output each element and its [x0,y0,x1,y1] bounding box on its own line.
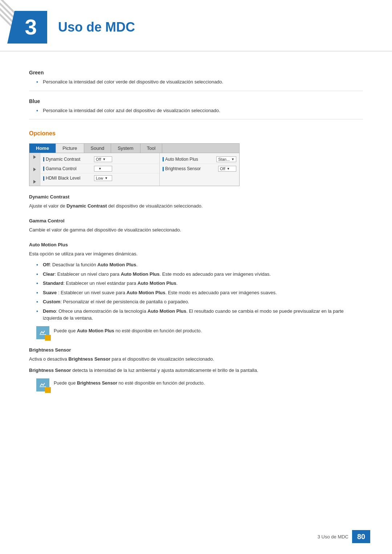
mdc-row3-label: HDMI Black Level [43,176,94,181]
auto-motion-plus-para: Esta opción se utiliza para ver imágenes… [29,250,363,258]
bullet-custom: Custom: Personalizar el nivel de persist… [36,298,363,305]
divider-1 [29,91,363,91]
mdc-row-3: HDMI Black Level Low▼ [40,173,159,183]
bullet-demo: Demo: Ofrece una demostración de la tecn… [36,308,363,322]
blue-list: Personalice la intensidad del color azul… [29,107,363,114]
footer-page-number: 80 [352,530,370,543]
gamma-control-heading: Gamma Control [29,218,363,223]
blue-heading: Blue [29,98,363,104]
main-content: Green Personalice la intensidad del colo… [0,52,392,418]
brightness-sensor-heading: Brightness Sensor [29,347,363,353]
auto-motion-plus-heading: Auto Motion Plus [29,242,363,247]
blue-text: Personalice la intensidad del color azul… [43,108,220,113]
bullet-off: Off: Desactivar la función Auto Motion P… [36,261,363,268]
mdc-tab-bar: Home Picture Sound System Tool [29,144,239,153]
tab-sound[interactable]: Sound [84,144,111,153]
note-amp-box: Puede que Auto Motion Plus no esté dispo… [36,326,363,339]
mdc-right-row1-select[interactable]: Stan...▼ [216,156,236,162]
divider-2 [29,119,363,119]
dynamic-contrast-heading: Dynamic Contrast [29,194,363,200]
bullet-suave: Suave : Establecer un nivel suave para A… [36,289,363,296]
mdc-right-row2-label: Brightness Sensor [163,166,201,171]
mdc-row-2: Gamma Control ▼ [40,164,159,173]
mdc-row2-select[interactable]: ▼ [94,166,112,172]
green-text: Personalice la intensidad del color verd… [43,79,223,85]
mdc-row1-label: Dynamic Contrast [43,157,94,162]
mdc-right-row-1: Auto Motion Plus Stan...▼ [163,155,236,164]
mdc-right-row1-label: Auto Motion Plus [163,157,198,162]
blue-list-item: Personalice la intensidad del color azul… [36,107,363,114]
dynamic-contrast-text-bold: Dynamic Contrast [66,203,107,209]
tab-system[interactable]: System [111,144,140,153]
page-footer: 3 Uso de MDC 80 [318,530,370,543]
note-bs-icon [36,378,49,391]
mdc-right-section: Auto Motion Plus Stan...▼ Brightness Sen… [159,153,239,186]
mdc-arrow-2 [33,168,36,171]
mdc-left-col [29,153,40,186]
dynamic-contrast-para: Ajuste el valor de Dynamic Contrast del … [29,202,363,210]
mdc-row-1: Dynamic Contrast Off▼ [40,155,159,164]
opciones-heading: Opciones [29,130,363,137]
note-amp-icon [36,326,49,339]
dynamic-contrast-text-post: del dispositivo de visualización selecci… [107,203,203,209]
mdc-row3-select[interactable]: Low▼ [94,175,112,181]
mdc-ui-body: Dynamic Contrast Off▼ Gamma Control ▼ [29,153,239,186]
green-list: Personalice la intensidad del color verd… [29,78,363,86]
mdc-right-row2-select[interactable]: Off▼ [218,166,236,172]
page-header: 3 Uso de MDC [0,0,392,52]
note-bs-box: Puede que Brightness Sensor no esté disp… [36,378,363,391]
note-amp-text: Puede que Auto Motion Plus no esté dispo… [54,326,202,335]
mdc-rows: Dynamic Contrast Off▼ Gamma Control ▼ [40,153,159,186]
brightness-sensor-para2: Brightness Sensor detecta la intensidad … [29,367,363,374]
mdc-ui-mockup: Home Picture Sound System Tool Dynamic C… [29,143,240,186]
gamma-control-para: Cambie el valor de gamma del dispositivo… [29,226,363,234]
tab-picture[interactable]: Picture [56,144,84,153]
tab-tool[interactable]: Tool [140,144,163,153]
green-list-item: Personalice la intensidad del color verd… [36,78,363,86]
bullet-standard: Standard: Establecer un nivel estándar p… [36,280,363,287]
mdc-row1-select[interactable]: Off▼ [94,156,112,162]
tab-home[interactable]: Home [29,144,56,153]
chapter-title: Uso de MDC [58,20,135,35]
footer-text: 3 Uso de MDC [318,534,348,539]
auto-motion-plus-list: Off: Desactivar la función Auto Motion P… [29,261,363,322]
bullet-clear: Clear: Establecer un nivel claro para Au… [36,271,363,278]
mdc-right-row-2: Brightness Sensor Off▼ [163,164,236,173]
chapter-number-box: 3 [15,11,47,44]
brightness-sensor-para1: Activa o desactiva Brightness Sensor par… [29,356,363,363]
mdc-arrow-3 [33,180,36,184]
mdc-row2-label: Gamma Control [43,166,94,171]
chapter-number: 3 [25,16,37,38]
mdc-arrow-1 [33,155,36,159]
green-heading: Green [29,70,363,75]
dynamic-contrast-text-pre: Ajuste el valor de [29,203,66,209]
note-bs-text: Puede que Brightness Sensor no esté disp… [54,378,205,387]
